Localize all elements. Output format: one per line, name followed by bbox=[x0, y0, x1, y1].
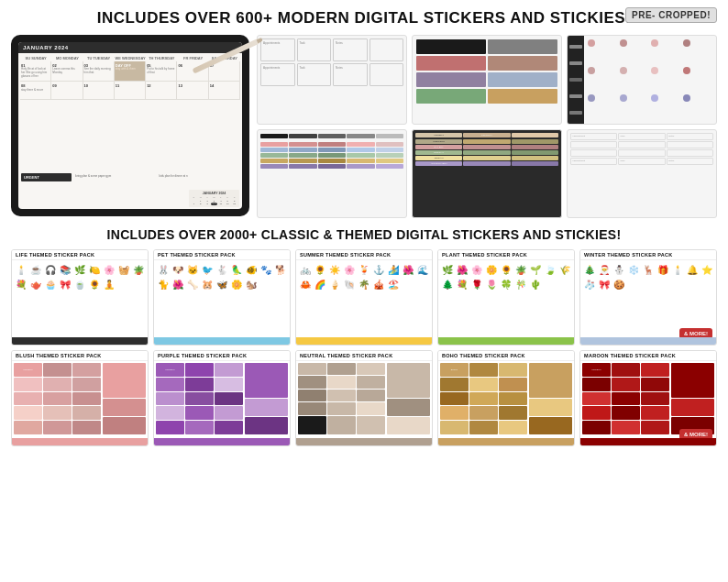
neutral-layout bbox=[298, 363, 430, 434]
sticker-item: ⚓ bbox=[372, 263, 385, 276]
blush-small-cell bbox=[103, 399, 146, 416]
right-preview-panels: Appointments Task Notes Appointments Tas… bbox=[257, 35, 717, 218]
boho-cell bbox=[440, 378, 469, 391]
urgent-notes: kids plan for dinner at n bbox=[159, 173, 240, 181]
purple-cell bbox=[156, 378, 184, 391]
pack-life-footer bbox=[12, 337, 148, 345]
purple-cell bbox=[185, 421, 214, 434]
cal-cell: 13 bbox=[177, 82, 208, 100]
sticker-item: 🌴 bbox=[358, 278, 370, 291]
strip bbox=[569, 61, 582, 65]
purple-small-cell bbox=[245, 417, 288, 434]
maroon-cell bbox=[612, 392, 640, 406]
label-chip bbox=[512, 156, 558, 160]
strip bbox=[569, 78, 582, 82]
boho-small-cell bbox=[529, 417, 572, 434]
apt-cell: Task bbox=[618, 158, 665, 165]
maroon-cell bbox=[641, 378, 669, 391]
sticker-item: 🐾 bbox=[259, 263, 272, 276]
label-row: MEDICAL bbox=[415, 150, 558, 155]
pack-pet-label: PET THEMED STICKER PACK bbox=[154, 250, 290, 260]
pack-blush-label: BLUSH THEMED STICKER PACK bbox=[12, 351, 148, 361]
blush-row bbox=[14, 378, 101, 391]
sticker-item: 🍋 bbox=[88, 263, 101, 276]
maroon-cell bbox=[612, 421, 640, 434]
blush-cell bbox=[14, 392, 42, 406]
tab-chip bbox=[260, 134, 288, 138]
maroon-layout: URGENT bbox=[582, 363, 714, 434]
sticker-item: 🍪 bbox=[612, 278, 625, 291]
maroon-cell bbox=[582, 421, 611, 434]
dot bbox=[588, 67, 595, 74]
boho-cell bbox=[499, 392, 527, 406]
sticker-item: 🎅 bbox=[598, 263, 611, 276]
cal-day-tu: TU TUESDAY bbox=[83, 55, 115, 61]
sticker-item: 🐕 bbox=[274, 263, 287, 276]
sticker-item: 🐰 bbox=[157, 263, 170, 276]
weekly-box: Task bbox=[297, 63, 332, 86]
sticker-item: 🌼 bbox=[485, 263, 498, 276]
label-chip bbox=[463, 150, 510, 155]
maroon-cell bbox=[582, 406, 611, 420]
apt-cell: Notes bbox=[667, 133, 713, 140]
sticker-item: 🌻 bbox=[314, 263, 326, 276]
purple-cell bbox=[215, 421, 243, 434]
swatch-gold bbox=[488, 89, 557, 104]
neutral-left bbox=[298, 363, 385, 434]
sticker-item: 🔔 bbox=[686, 263, 699, 276]
boho-cell bbox=[499, 363, 527, 377]
sticker-item: ❄️ bbox=[627, 263, 640, 276]
preview-panel-labels: URGENT PRIORITY WEEKEND PAY BILL bbox=[412, 129, 562, 219]
sticker-pack-neutral: NEUTRAL THEMED STICKER PACK bbox=[295, 350, 433, 446]
pack-pet-images: 🐰 🐶 🐱 🐦 🐇 🦜 🐠 🐾 🐕 🐈 🌺 🦴 🐹 🦋 🌼 🐿️ bbox=[154, 260, 290, 335]
label-chip bbox=[463, 156, 510, 160]
preview-panel-tabs bbox=[257, 129, 407, 219]
purple-cell bbox=[215, 378, 243, 391]
weekly-box: Notes bbox=[333, 38, 368, 61]
purple-cell bbox=[185, 406, 214, 420]
purple-cell bbox=[156, 392, 184, 406]
headline1-text: INCLUDES OVER 600+ MODERN DIGITAL STICKE… bbox=[97, 9, 632, 27]
blush-big-cell bbox=[103, 363, 146, 398]
tabs-row bbox=[260, 142, 403, 147]
sticker-item: 🌾 bbox=[558, 263, 571, 276]
sticker-item: 🍦 bbox=[328, 278, 341, 291]
sticker-item: 🐿️ bbox=[245, 278, 258, 291]
pack-purple-label: PURPLE THEMED STICKER PACK bbox=[154, 351, 290, 361]
purple-cell: URGENT bbox=[156, 363, 184, 377]
sticker-item: 🌻 bbox=[88, 278, 101, 291]
urgent-area: URGENT bring plan & some paper gym kids … bbox=[21, 173, 239, 181]
mini-calendar: JANUARY 2024 SMTWTFS 123456 78910111213 bbox=[189, 190, 239, 207]
purple-cell bbox=[215, 406, 243, 420]
blush-cell bbox=[43, 421, 72, 434]
tabs-row1 bbox=[260, 134, 403, 138]
maroon-small-cell bbox=[671, 399, 714, 416]
boho-cell bbox=[440, 421, 469, 434]
blush-right bbox=[103, 363, 146, 434]
cal-day-th: TH THURSDAY bbox=[146, 55, 177, 61]
tabs-row bbox=[260, 159, 403, 163]
preview-panel-appointments: Appointment Task Notes Appointment Task … bbox=[567, 129, 717, 219]
pack-neutral-content bbox=[296, 361, 432, 436]
sticker-item: 🌺 bbox=[402, 263, 414, 276]
weekly-box: Task bbox=[297, 38, 332, 61]
apt-cell: Appointment bbox=[570, 158, 617, 165]
preview-panel-swatches bbox=[412, 35, 562, 125]
swatch-black bbox=[416, 39, 486, 54]
sticker-item: 🐶 bbox=[171, 263, 184, 276]
dot bbox=[683, 39, 690, 47]
sticker-item: 🚲 bbox=[299, 263, 312, 276]
maroon-left: URGENT bbox=[582, 363, 669, 434]
sticker-item: 🏖️ bbox=[387, 278, 400, 291]
sticker-item: 🧘 bbox=[103, 278, 116, 291]
sticker-pack-plant: PLANT THEMED STICKER PACK 🌿 🌺 🌸 🌼 🌻 🪴 🌱 … bbox=[437, 249, 575, 346]
cal-cell: 05Put to his talk by home of that bbox=[146, 61, 177, 82]
sticker-item: 🌸 bbox=[470, 263, 483, 276]
boho-cell bbox=[469, 421, 498, 434]
sticker-item: 🌸 bbox=[103, 263, 116, 276]
tabs-strips bbox=[258, 130, 406, 173]
appointments-layout: Appointment Task Notes Appointment Task … bbox=[568, 130, 716, 168]
neutral-cell bbox=[357, 402, 385, 414]
sticker-item: 💐 bbox=[15, 278, 28, 291]
calendar-header: JANUARY 2024 bbox=[18, 42, 242, 53]
